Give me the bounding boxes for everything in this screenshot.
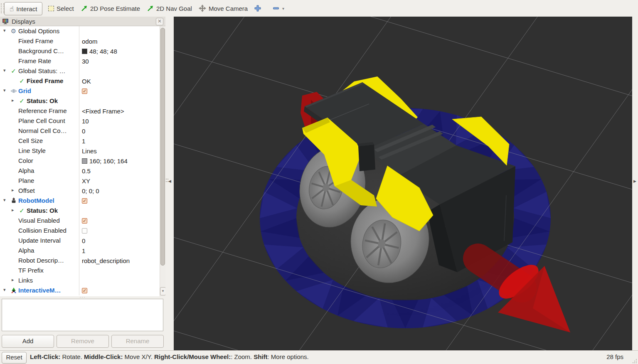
display-property-row[interactable]: ▸✓Status: Ok [0,96,165,106]
display-property-row[interactable]: ▸✓Status: Ok [0,206,165,216]
tree-scrollbar-down-button[interactable]: ▾ [160,287,166,295]
display-property-row[interactable]: TF Prefix [0,266,165,275]
checkbox-checked[interactable]: ✓ [82,198,87,204]
tool-2d-pose-estimate-button[interactable]: 2D Pose Estimate [81,2,140,15]
expander-closed-icon[interactable]: ▸ [12,98,14,103]
displays-property-tree[interactable]: ▾⚙Global OptionsFixed FrameodomBackgroun… [0,26,165,296]
property-value[interactable] [79,96,162,106]
property-value[interactable]: 0 [79,236,162,246]
display-property-row[interactable]: ▾InteractiveM…✓ [0,285,165,295]
tool-2d-nav-goal-button[interactable]: 2D Nav Goal [147,2,192,15]
display-property-row[interactable]: Fixed Frameodom [0,36,165,46]
property-value[interactable]: 48; 48; 48 [79,46,162,56]
checkbox-checked[interactable]: ✓ [82,218,87,224]
property-value[interactable]: <Fixed Frame> [79,106,162,116]
window-resize-grip[interactable] [632,359,637,364]
tool-move-camera-button[interactable]: Move Camera [199,2,248,15]
property-name: Fixed Frame [27,77,63,84]
status-ok-check-icon: ✓ [19,97,25,105]
checkbox-checked[interactable]: ✓ [82,89,87,94]
expander-closed-icon[interactable]: ▸ [12,207,14,213]
expander-closed-icon[interactable]: ▸ [12,277,14,283]
display-property-row[interactable]: ▾RobotModel✓ [0,196,165,206]
property-value[interactable]: OK [79,76,162,86]
reset-button[interactable]: Reset [2,352,27,364]
expander-closed-icon[interactable]: ▸ [12,187,14,193]
property-value[interactable]: 0.5 [79,166,162,176]
display-property-row[interactable]: ▸Links [0,275,165,285]
property-value[interactable] [79,206,162,216]
property-value[interactable] [79,66,162,76]
display-property-row[interactable]: Collision Enabled✓ [0,226,165,236]
checkbox-checked[interactable]: ✓ [82,288,87,293]
property-value[interactable]: Lines [79,146,162,156]
tool-select-button[interactable]: Select [48,2,74,15]
property-value[interactable]: robot_description [79,256,162,266]
property-value[interactable]: ✓ [79,226,162,236]
expander-open-icon[interactable]: ▾ [3,68,6,73]
display-property-row[interactable]: ▾⚙Global Options [0,26,165,36]
display-property-row[interactable]: ✓Fixed FrameOK [0,76,165,86]
display-property-row[interactable]: Alpha1 [0,246,165,256]
display-property-row[interactable]: Line StyleLines [0,146,165,156]
expander-open-icon[interactable]: ▾ [3,88,6,93]
display-property-row[interactable]: PlaneXY [0,176,165,186]
value-text: 48; 48; 48 [89,48,117,55]
display-property-row[interactable]: Background C…48; 48; 48 [0,46,165,56]
rename-display-button[interactable]: Rename [111,335,164,348]
add-tool-button[interactable] [254,2,261,15]
display-property-row[interactable]: Robot Descrip…robot_description [0,256,165,266]
display-property-row[interactable]: ▸Offset0; 0; 0 [0,186,165,196]
remove-display-button[interactable]: Remove [57,335,109,348]
checkbox-unchecked[interactable]: ✓ [82,228,87,234]
property-value[interactable]: odom [79,36,162,46]
property-value[interactable]: 1 [79,246,162,256]
mouse-hints-text: Left-Click: Rotate. Middle-Click: Move X… [30,353,309,360]
scene [174,17,632,350]
expander-open-icon[interactable]: ▾ [3,287,6,293]
expander-open-icon[interactable]: ▾ [3,197,6,203]
property-value[interactable]: XY [79,176,162,186]
remove-tool-button[interactable] [273,2,279,15]
left-splitter-gutter[interactable]: ◀ [165,17,174,350]
property-name: Frame Rate [18,57,51,64]
value-text: 0 [82,237,85,244]
display-property-row[interactable]: Cell Size1 [0,136,165,146]
display-property-row[interactable]: ▾✓Global Status: … [0,66,165,76]
property-value[interactable]: 0 [79,126,162,136]
property-value[interactable] [79,26,162,36]
collapse-left-panel-icon[interactable]: ◀ [168,179,171,183]
toolbar-overflow-button[interactable]: ▾ [282,2,284,15]
expander-open-icon[interactable]: ▾ [3,28,6,33]
display-property-row[interactable]: Frame Rate30 [0,56,165,66]
expand-right-panel-icon[interactable]: ▶ [633,179,636,183]
right-splitter-gutter[interactable]: ▶ [632,17,638,350]
tool-interact-button[interactable]: ☝ Interact [4,2,42,15]
property-value[interactable]: 160; 160; 164 [79,156,162,166]
property-value[interactable]: 30 [79,56,162,66]
display-property-row[interactable]: Plane Cell Count10 [0,116,165,126]
toolbar-drag-handle[interactable] [1,3,4,13]
property-name: Alpha [18,167,34,174]
property-value[interactable]: ✓ [79,86,162,96]
property-value[interactable]: 1 [79,136,162,146]
display-property-row[interactable]: Visual Enabled✓ [0,216,165,226]
close-icon[interactable]: ✕ [156,18,163,25]
property-value[interactable]: 10 [79,116,162,126]
property-value[interactable]: 0; 0; 0 [79,186,162,196]
property-value[interactable]: ✓ [79,285,162,295]
property-value[interactable]: ✓ [79,196,162,206]
property-value[interactable] [79,275,162,285]
display-property-row[interactable]: Alpha0.5 [0,166,165,176]
display-property-row[interactable]: Update Interval0 [0,236,165,246]
tree-scrollbar-thumb[interactable] [160,28,165,266]
add-display-button[interactable]: Add [2,335,54,348]
render-viewport-3d[interactable] [174,17,632,350]
display-property-row[interactable]: ▾Grid✓ [0,86,165,96]
display-property-row[interactable]: Color160; 160; 164 [0,156,165,166]
property-value[interactable] [79,266,162,275]
displays-panel-titlebar[interactable]: Displays ✕ [0,17,165,26]
property-value[interactable]: ✓ [79,216,162,226]
display-property-row[interactable]: Normal Cell Co…0 [0,126,165,136]
display-property-row[interactable]: Reference Frame<Fixed Frame> [0,106,165,116]
